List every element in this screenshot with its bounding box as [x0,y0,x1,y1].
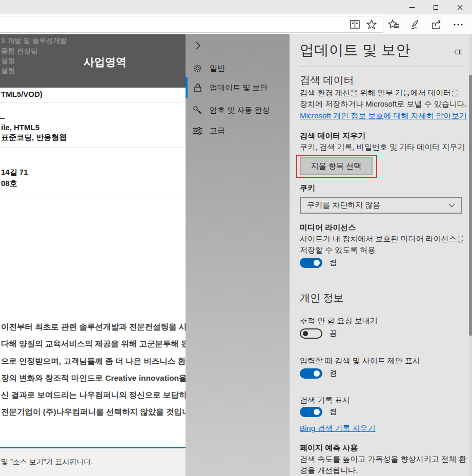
address-bar[interactable] [0,16,383,33]
do-not-track-toggle[interactable] [300,328,322,339]
close-button[interactable] [448,0,472,14]
paragraph-line: 전문기업이 (주)나우컴퍼니를 선택하지 않았을 것입니 [1,407,186,418]
address-line-1: 14길 71 [1,168,28,177]
media-licenses-toggle[interactable] [300,258,322,268]
menu-item-label: 일반 [210,64,225,73]
hero-list-item: S 개발 및 솔루션개발 [1,36,67,46]
favorites-hub-button[interactable] [387,18,400,31]
clear-data-label: 검색 데이터 지우기 [300,131,365,141]
media-licenses-desc: 사이트가 내 장치에서 보호된 미디어 라이선스를 [300,234,464,244]
reading-view-book-icon [350,20,360,29]
share-button[interactable] [430,18,443,31]
do-not-track-toggle-row: 끔 [300,328,337,339]
pin-panel-button[interactable] [453,48,462,56]
search-history-label: 검색 기록 표시 [300,396,350,405]
menu-item-advanced[interactable]: 고급 [186,121,290,140]
page-prediction-desc: 경을 개선됩니다. [300,466,358,475]
panel-title: 업데이트 및 보안 [300,40,411,60]
menu-item-label: 암호 및 자동 완성 [210,106,270,115]
media-licenses-label: 미디어 라이선스 [300,223,356,233]
collapse-chevron-icon [196,42,200,50]
add-favorite-button[interactable] [366,19,377,30]
media-licenses-desc: 저장할 수 있도록 허용 [300,245,376,255]
toggle-state-label: 끔 [330,329,337,338]
page-notification-bar: 및 "소스 보기"가 표시됩니다. [0,448,186,476]
clear-data-desc: 쿠키, 검색 기록, 비밀번호 및 기타 데이터 지우기 [300,142,465,152]
menu-item-general[interactable]: 일반 [186,59,290,77]
minimize-button[interactable] [400,0,424,14]
ink-pen-icon [410,19,420,30]
toggle-knob [303,331,308,336]
toggle-state-label: 켬 [330,369,337,378]
paragraph-line: 신 결과로 보여드리는 나우컴퍼니의 정신으로 보답하겠 [1,390,186,401]
window-titlebar [0,0,472,14]
service-line-coding: 표준코딩, 반응형웹 [1,133,67,142]
pin-icon [453,48,462,56]
page-prediction-label: 페이지 예측 사용 [300,443,358,453]
reading-view-button[interactable] [349,19,360,30]
maximize-button[interactable] [424,0,448,14]
divider [0,102,186,103]
share-icon [432,19,442,30]
chevron-down-icon [448,203,455,208]
divider [0,195,186,195]
truncated-text-fragment [0,118,5,119]
paragraph-line: 장의 변화와 창조적 마인드로 Creative innovation을 [1,373,186,384]
browsing-data-heading: 검색 데이터 [300,73,354,87]
lock-icon [193,83,202,93]
hero-title: 사업영역 [84,55,127,69]
choose-what-to-clear-button[interactable]: 지울 항목 선택 [300,157,373,175]
settings-more-button[interactable] [452,18,464,31]
collapse-menu-button[interactable] [193,40,203,51]
key-icon [193,106,202,115]
page-prediction-desc: 검색 속도를 높이고 가독성을 향상시키고 전체 환 [300,454,466,464]
toolbar-icon-group [383,16,469,33]
sliders-icon [193,126,202,136]
cookies-label: 쿠키 [300,183,315,193]
media-licenses-toggle-row: 켬 [300,258,337,268]
privacy-heading: 개인 정보 [300,291,344,305]
content-area: S 개발 및 솔루션개발 종합 컨설팅 설팅 설팅 사업영역 TML5/VOD)… [0,34,472,476]
toggle-knob [314,370,320,377]
search-suggestions-label: 입력할 때 검색 및 사이트 제안 표시 [300,356,420,366]
hero-list-item: 설팅 [1,66,15,75]
search-history-toggle[interactable] [300,407,322,417]
panel-scrollbar[interactable] [469,34,472,476]
service-line-html5: ile, HTML5 [1,123,39,132]
menu-item-label: 고급 [210,126,225,136]
hero-list-item: 종합 컨설팅 [1,47,37,56]
browsing-data-desc: 장치에 저장하거나 Microsoft로 보낼 수 있습니다. [300,99,467,109]
scrollbar-thumb[interactable] [469,75,472,336]
webpage-hero-banner: S 개발 및 솔루션개발 종합 컨설팅 설팅 설팅 사업영역 [0,34,186,88]
paragraph-line: 다해 양질의 교육서비스의 제공을 위해 고군분투해 왔 [1,339,186,349]
browser-window: S 개발 및 솔루션개발 종합 컨설팅 설팅 설팅 사업영역 TML5/VOD)… [0,0,472,476]
service-line-vod: TML5/VOD) [1,90,43,98]
do-not-track-label: 추적 안 함 요청 보내기 [300,316,378,326]
paragraph-line: 이전부터 최초로 관련 솔루션개발과 전문컨설팅을 시작 [1,322,186,333]
paragraph-line: 으로 인정받으며, 고객님들께 좀 더 나은 비즈니스 환경 [1,356,186,367]
search-suggestions-toggle[interactable] [300,368,322,379]
search-suggestions-toggle-row: 켬 [300,368,337,379]
menu-item-passwords-autofill[interactable]: 암호 및 자동 완성 [186,101,290,119]
favorite-star-icon [366,19,377,29]
privacy-learn-more-link[interactable]: Microsoft 개인 정보 보호에 대해 자세히 알아보기 [300,111,467,121]
notification-text: 및 "소스 보기"가 표시됩니다. [1,458,93,467]
minimize-icon [409,7,415,8]
gear-icon [193,64,202,73]
cookies-dropdown[interactable]: 쿠키를 차단하지 않음 [300,197,462,214]
menu-item-label: 업데이트 및 보안 [210,83,268,93]
toggle-state-label: 켬 [330,407,337,417]
browser-toolbar [0,14,472,34]
annotate-pen-button[interactable] [409,18,421,31]
favorites-hub-icon [388,19,399,30]
webpage-background: S 개발 및 솔루션개발 종합 컨설팅 설팅 설팅 사업영역 TML5/VOD)… [0,34,186,476]
settings-menu-panel: 일반 업데이트 및 보안 암호 및 자동 완 [186,34,290,476]
close-icon [457,5,463,10]
clear-bing-history-link[interactable]: Bing 검색 기록 지우기 [300,424,376,433]
toggle-state-label: 켬 [330,258,337,267]
browsing-data-desc: 검색 환경 개선을 위해 일부 기능에서 데이터를 [300,88,459,98]
toggle-knob [314,409,320,415]
menu-item-update-security[interactable]: 업데이트 및 보안 [186,77,290,98]
settings-content-panel: 업데이트 및 보안 검색 데이터 검색 환경 개선을 위해 일부 기능에서 데이… [290,34,469,476]
more-ellipsis-icon [454,24,463,26]
